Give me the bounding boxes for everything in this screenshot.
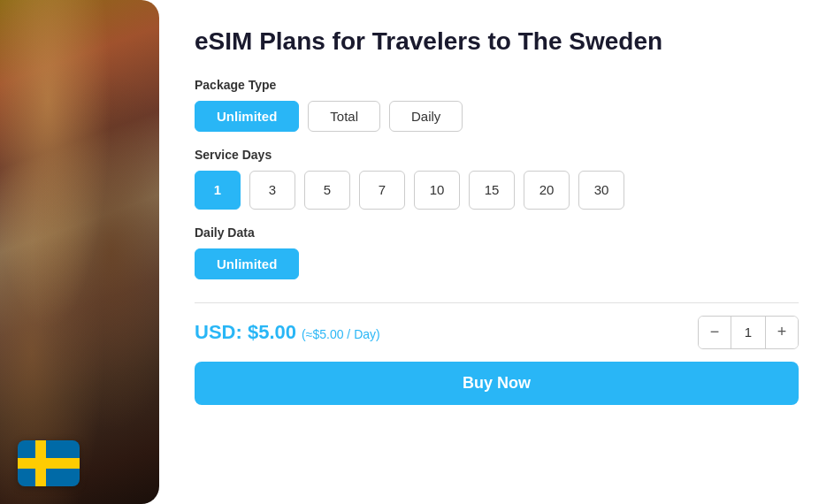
price-display: USD: $5.00 (≈$5.00 / Day) bbox=[195, 321, 380, 344]
day-btn-7[interactable]: 7 bbox=[359, 171, 405, 210]
day-btn-1[interactable]: 1 bbox=[195, 171, 241, 210]
day-btn-3[interactable]: 3 bbox=[249, 171, 295, 210]
price-amount: $5.00 bbox=[248, 321, 296, 343]
day-btn-15[interactable]: 15 bbox=[469, 171, 515, 210]
svg-rect-2 bbox=[35, 440, 46, 486]
daily-data-unlimited[interactable]: Unlimited bbox=[195, 248, 299, 279]
day-btn-10[interactable]: 10 bbox=[414, 171, 460, 210]
background-image bbox=[0, 0, 159, 504]
day-btn-20[interactable]: 20 bbox=[524, 171, 570, 210]
left-panel bbox=[0, 0, 159, 504]
price-per-day: (≈$5.00 / Day) bbox=[302, 327, 380, 341]
service-days-section: Service Days 1 3 5 7 10 15 20 30 bbox=[195, 148, 799, 210]
daily-data-buttons: Unlimited bbox=[195, 248, 799, 279]
package-type-buttons: Unlimited Total Daily bbox=[195, 101, 799, 132]
package-type-unlimited[interactable]: Unlimited bbox=[195, 101, 299, 132]
price-row: USD: $5.00 (≈$5.00 / Day) − 1 + bbox=[195, 316, 799, 349]
quantity-value: 1 bbox=[731, 317, 766, 348]
divider bbox=[195, 302, 799, 303]
buy-now-button[interactable]: Buy Now bbox=[195, 362, 799, 405]
main-content: eSIM Plans for Travelers to The Sweden P… bbox=[159, 0, 834, 504]
price-currency: USD: bbox=[195, 321, 242, 343]
sweden-flag bbox=[18, 440, 80, 486]
svg-rect-1 bbox=[18, 458, 80, 469]
service-days-label: Service Days bbox=[195, 148, 799, 162]
page-title: eSIM Plans for Travelers to The Sweden bbox=[195, 27, 799, 57]
service-days-buttons: 1 3 5 7 10 15 20 30 bbox=[195, 171, 799, 210]
quantity-minus-button[interactable]: − bbox=[699, 317, 731, 348]
day-btn-30[interactable]: 30 bbox=[578, 171, 624, 210]
quantity-plus-button[interactable]: + bbox=[766, 317, 798, 348]
package-type-label: Package Type bbox=[195, 78, 799, 92]
package-type-daily[interactable]: Daily bbox=[389, 101, 463, 132]
daily-data-label: Daily Data bbox=[195, 225, 799, 240]
daily-data-section: Daily Data Unlimited bbox=[195, 225, 799, 279]
package-type-total[interactable]: Total bbox=[308, 101, 380, 132]
day-btn-5[interactable]: 5 bbox=[304, 171, 350, 210]
package-type-section: Package Type Unlimited Total Daily bbox=[195, 78, 799, 132]
quantity-control: − 1 + bbox=[698, 316, 799, 349]
